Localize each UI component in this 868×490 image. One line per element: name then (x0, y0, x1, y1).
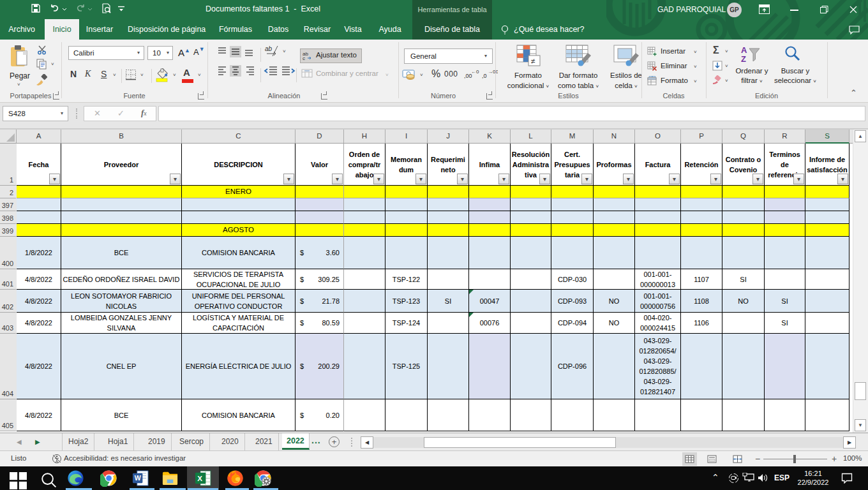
svg-text:,0: ,0 (482, 73, 487, 79)
svg-text:W: W (135, 474, 141, 482)
svg-text:X: X (197, 475, 202, 482)
svg-text:→00: →00 (488, 69, 498, 75)
svg-text:ab: ab (265, 45, 273, 52)
svg-text:Z: Z (741, 54, 746, 64)
svg-text:←0: ←0 (471, 69, 479, 75)
svg-text:c: c (303, 56, 305, 61)
svg-text:≠: ≠ (531, 57, 535, 66)
svg-text:A: A (741, 45, 747, 55)
